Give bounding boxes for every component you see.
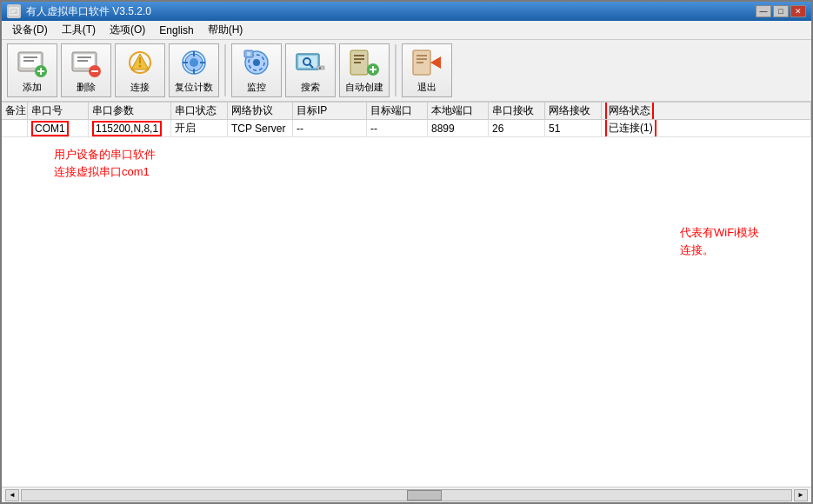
- connect-button[interactable]: 连接: [115, 43, 165, 97]
- scroll-right-button[interactable]: ►: [794, 489, 808, 501]
- netstatus-value-box: 已连接(1): [605, 120, 656, 136]
- netstatus-header-box: 网络状态: [605, 103, 654, 119]
- svg-marker-47: [430, 56, 441, 69]
- content-area: 备注 串口号 串口参数 串口状态 网络协议 目标IP 目标端口 本地端口 串口接…: [2, 103, 811, 487]
- statusbar: ◄ ►: [2, 487, 811, 502]
- title-bar: 有人虚拟串口软件 V3.5.2.0 — □ ✕: [2, 2, 811, 21]
- svg-rect-30: [244, 50, 253, 57]
- scrollbar-thumb[interactable]: [407, 490, 442, 501]
- cell-protocol: TCP Server: [228, 120, 293, 136]
- add-icon: [17, 47, 48, 78]
- cell-params: 115200,N,8,1: [89, 120, 171, 136]
- params-box: 115200,N,8,1: [92, 121, 162, 136]
- autocreate-icon: [349, 47, 380, 78]
- toolbar: 添加 删除: [2, 40, 811, 103]
- cell-note: [2, 120, 28, 136]
- cell-port: COM1: [28, 120, 89, 136]
- maximize-button[interactable]: □: [773, 5, 789, 17]
- cell-destip: --: [293, 120, 367, 136]
- minimize-button[interactable]: —: [756, 5, 771, 17]
- menu-device[interactable]: 设备(D): [5, 21, 55, 39]
- col-header-destport: 目标端口: [367, 103, 428, 119]
- col-header-port: 串口号: [28, 103, 89, 119]
- svg-text:▼: ▼: [318, 66, 322, 70]
- table-header: 备注 串口号 串口参数 串口状态 网络协议 目标IP 目标端口 本地端口 串口接…: [2, 103, 811, 120]
- cell-netstatus: 已连接(1): [602, 120, 811, 136]
- monitor-icon: [241, 47, 272, 78]
- main-window: 有人虚拟串口软件 V3.5.2.0 — □ ✕ 设备(D) 工具(T) 选项(O…: [0, 0, 813, 504]
- delete-icon: [70, 47, 102, 78]
- cell-netrecv: 51: [545, 120, 602, 136]
- annotation-right: 代表有WiFi模块 连接。: [680, 224, 759, 258]
- table-row[interactable]: COM1 115200,N,8,1 开启 TCP Server -- -- 88…: [2, 120, 811, 137]
- col-header-params: 串口参数: [89, 103, 171, 119]
- col-header-netstatus: 网络状态: [602, 103, 811, 119]
- col-header-proto: 网络协议: [228, 103, 293, 119]
- menu-english[interactable]: English: [152, 23, 200, 38]
- toolbar-divider-2: [395, 44, 397, 96]
- reset-icon: [178, 47, 210, 78]
- reset-label: 复位计数: [175, 81, 213, 94]
- app-icon: [7, 4, 21, 18]
- menu-option[interactable]: 选项(O): [103, 21, 152, 39]
- menu-help[interactable]: 帮助(H): [201, 21, 250, 39]
- annotation-right-line1: 代表有WiFi模块: [680, 226, 759, 239]
- svg-point-29: [253, 59, 260, 66]
- window-title: 有人虚拟串口软件 V3.5.2.0: [26, 4, 756, 19]
- cell-destport: --: [367, 120, 428, 136]
- autocreate-button[interactable]: 自动创建: [339, 43, 390, 97]
- col-header-localport: 本地端口: [428, 103, 489, 119]
- col-header-destip: 目标IP: [293, 103, 367, 119]
- annotation-left-line2: 连接虚拟串口com1: [54, 165, 150, 178]
- exit-button[interactable]: 退出: [402, 43, 452, 97]
- menu-tool[interactable]: 工具(T): [55, 21, 103, 39]
- autocreate-label: 自动创建: [345, 81, 383, 94]
- search-label: 搜索: [301, 81, 320, 94]
- search-icon: ▼: [295, 47, 326, 78]
- search-button[interactable]: ▼ 搜索: [285, 43, 336, 97]
- monitor-button[interactable]: 监控: [231, 43, 282, 97]
- svg-point-22: [190, 58, 198, 67]
- close-button[interactable]: ✕: [790, 5, 806, 17]
- horizontal-scrollbar[interactable]: [21, 489, 792, 501]
- exit-label: 退出: [417, 81, 436, 94]
- add-button[interactable]: 添加: [7, 43, 57, 97]
- monitor-label: 监控: [247, 81, 266, 94]
- connect-icon: [124, 47, 156, 78]
- annotation-left-line1: 用户设备的串口软件: [54, 148, 156, 161]
- cell-recvport: 26: [489, 120, 545, 136]
- annotation-right-line2: 连接。: [680, 243, 714, 256]
- connect-label: 连接: [130, 81, 150, 94]
- svg-rect-34: [298, 56, 317, 68]
- window-controls: — □ ✕: [756, 5, 806, 17]
- delete-button[interactable]: 删除: [61, 43, 111, 97]
- annotation-left: 用户设备的串口软件 连接虚拟串口com1: [54, 146, 156, 180]
- col-header-recvport: 串口接收: [489, 103, 545, 119]
- svg-rect-0: [10, 8, 18, 15]
- reset-button[interactable]: 复位计数: [169, 43, 219, 97]
- svg-point-19: [139, 65, 142, 68]
- col-header-netrecv: 网络接收: [545, 103, 602, 119]
- col-header-note: 备注: [2, 103, 28, 119]
- port-box: COM1: [31, 121, 69, 136]
- scroll-left-button[interactable]: ◄: [5, 489, 19, 501]
- main-body: COM1 115200,N,8,1 开启 TCP Server -- -- 88…: [2, 120, 811, 487]
- cell-status: 开启: [171, 120, 228, 136]
- toolbar-divider-1: [224, 44, 226, 96]
- col-header-status: 串口状态: [171, 103, 228, 119]
- cell-localport: 8899: [428, 120, 489, 136]
- add-label: 添加: [23, 81, 42, 94]
- delete-label: 删除: [77, 81, 96, 94]
- exit-icon: [411, 47, 443, 78]
- menu-bar: 设备(D) 工具(T) 选项(O) English 帮助(H): [2, 21, 811, 40]
